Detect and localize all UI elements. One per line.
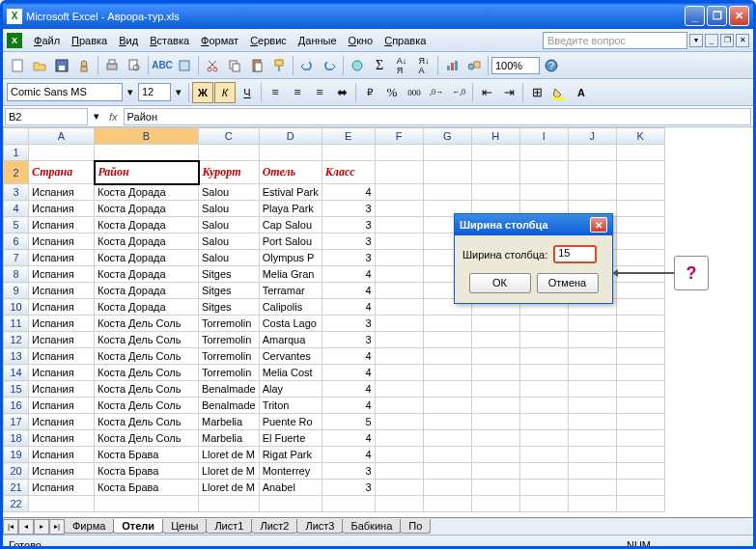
spreadsheet-grid[interactable]: ABCDEFGHIJK12СтранаРайонКурортОтельКласс… [3, 127, 753, 517]
cell[interactable]: 4 [322, 348, 375, 365]
cell[interactable] [568, 414, 616, 430]
cell[interactable] [616, 299, 664, 316]
row-header[interactable]: 2 [4, 161, 29, 184]
cell[interactable] [519, 447, 568, 463]
cell[interactable]: Torremolin [199, 332, 260, 348]
cell[interactable] [471, 332, 519, 348]
cell[interactable]: Коста Дорада [95, 184, 199, 201]
help-icon[interactable]: ? [541, 55, 562, 76]
cell[interactable]: Испания [29, 398, 95, 414]
cell[interactable]: 4 [322, 398, 375, 414]
row-header[interactable]: 12 [4, 332, 29, 348]
menu-правка[interactable]: Правка [66, 33, 113, 48]
redo-icon[interactable] [319, 55, 340, 76]
cell[interactable] [423, 365, 471, 381]
cell[interactable]: Коста Дорада [95, 201, 199, 217]
cell[interactable] [616, 316, 664, 332]
cell[interactable]: Испания [29, 299, 95, 316]
row-header[interactable]: 8 [4, 266, 29, 283]
cell[interactable] [423, 430, 471, 447]
row-header[interactable]: 16 [4, 398, 29, 414]
cell[interactable]: 4 [322, 430, 375, 447]
cell[interactable]: Benalmade [199, 381, 260, 398]
cell[interactable]: Испания [29, 316, 95, 332]
cut-icon[interactable] [202, 55, 223, 76]
print-icon[interactable] [101, 55, 123, 76]
cell[interactable] [616, 480, 664, 496]
menu-вид[interactable]: Вид [113, 33, 144, 48]
cell[interactable]: Puente Ro [259, 414, 322, 430]
cell[interactable] [519, 365, 568, 381]
cell[interactable] [375, 332, 423, 348]
cell[interactable]: Lloret de M [199, 480, 260, 496]
cell[interactable] [616, 217, 664, 233]
cell[interactable]: Salou [199, 233, 260, 250]
cell[interactable]: Отель [259, 161, 322, 184]
cell[interactable]: Estival Park [259, 184, 322, 201]
cell[interactable]: Испания [29, 414, 95, 430]
fontsize-select[interactable]: 12 [138, 83, 171, 101]
row-header[interactable]: 20 [4, 463, 29, 480]
cell[interactable] [568, 447, 616, 463]
cell[interactable]: 3 [322, 316, 375, 332]
cell[interactable]: Costa Lago [259, 316, 322, 332]
cell[interactable] [375, 161, 423, 184]
cell[interactable]: Испания [29, 283, 95, 299]
menu-формат[interactable]: Формат [195, 33, 244, 48]
autosum-icon[interactable]: Σ [369, 55, 390, 76]
row-header[interactable]: 18 [4, 430, 29, 447]
sheet-tab-Лист1[interactable]: Лист1 [206, 519, 252, 534]
increase-indent-icon[interactable]: ⇥ [498, 82, 519, 103]
sheet-tab-Лист2[interactable]: Лист2 [251, 519, 297, 534]
cell[interactable]: Испания [29, 233, 95, 250]
col-header-F[interactable]: F [375, 128, 423, 145]
cell[interactable]: El Fuerte [259, 430, 322, 447]
cell[interactable]: Playa Park [259, 201, 322, 217]
cell[interactable]: Испания [29, 480, 95, 496]
row-header[interactable]: 15 [4, 381, 29, 398]
sheet-tab-Лист3[interactable]: Лист3 [296, 519, 343, 534]
col-header-A[interactable]: A [29, 128, 95, 145]
sheet-tab-Бабкина[interactable]: Бабкина [342, 519, 401, 534]
sheet-tab-По[interactable]: По [400, 519, 431, 534]
cell[interactable] [616, 365, 664, 381]
align-right-icon[interactable]: ≡ [309, 82, 330, 103]
align-center-icon[interactable]: ≡ [287, 82, 308, 103]
row-header[interactable]: 3 [4, 184, 29, 201]
copy-icon[interactable] [224, 55, 245, 76]
cell[interactable]: Marbelia [199, 430, 260, 447]
cell[interactable] [519, 316, 568, 332]
cell[interactable]: Amarqua [259, 332, 322, 348]
tab-next-icon[interactable]: ▸ [34, 519, 49, 535]
cell[interactable]: Olympus P [259, 250, 322, 266]
cell[interactable] [568, 381, 616, 398]
cell[interactable]: Sitges [199, 283, 260, 299]
cell[interactable]: Anabel [259, 480, 322, 496]
cell[interactable]: Salou [199, 250, 260, 266]
cell[interactable] [568, 316, 616, 332]
cell[interactable] [471, 480, 519, 496]
cell[interactable]: 3 [322, 201, 375, 217]
cell[interactable] [471, 365, 519, 381]
font-color-icon[interactable]: А [571, 82, 592, 103]
menu-данные[interactable]: Данные [293, 33, 343, 48]
cell[interactable]: Испания [29, 332, 95, 348]
drawing-icon[interactable] [463, 55, 485, 76]
col-header-E[interactable]: E [322, 128, 375, 145]
increase-decimal-icon[interactable]: ,0→ [426, 82, 447, 103]
col-header-J[interactable]: J [568, 128, 616, 145]
cell[interactable]: Коста Дель Соль [95, 316, 199, 332]
dialog-close-button[interactable]: ✕ [590, 217, 607, 233]
cell[interactable]: Испания [29, 250, 95, 266]
maximize-button[interactable]: ❐ [707, 6, 727, 26]
cell[interactable] [519, 332, 568, 348]
cell[interactable] [519, 161, 568, 184]
cell[interactable] [568, 348, 616, 365]
cell[interactable]: Коста Дорада [95, 217, 199, 233]
cell[interactable] [519, 381, 568, 398]
cell[interactable] [568, 184, 616, 201]
row-header[interactable]: 19 [4, 447, 29, 463]
cell[interactable] [616, 184, 664, 201]
format-painter-icon[interactable] [268, 55, 290, 76]
row-header[interactable]: 13 [4, 348, 29, 365]
